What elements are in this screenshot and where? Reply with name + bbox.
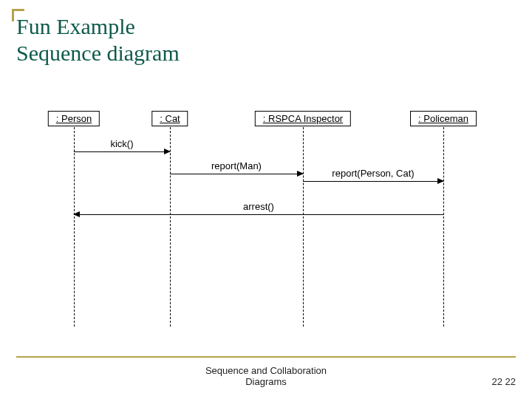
arrow-left-icon [73, 211, 80, 217]
lifeline [303, 127, 304, 327]
lifeline [74, 127, 75, 327]
participant-box: : Person [48, 111, 100, 126]
message-label: report(Man) [211, 160, 262, 171]
participant-label: : Cat [160, 113, 180, 124]
lifeline [443, 127, 444, 327]
arrow-right-icon [297, 171, 304, 177]
message-label: report(Person, Cat) [332, 168, 414, 179]
lifeline [170, 127, 171, 327]
page-number-a: 22 [491, 376, 502, 387]
footer-rule [16, 356, 516, 358]
participant: : Person [48, 111, 100, 126]
message-label: kick() [110, 138, 133, 149]
message-arrow [74, 214, 443, 215]
participant-box: : Cat [151, 111, 188, 126]
arrow-right-icon [164, 149, 171, 154]
participant-label: : RSPCA Inspector [263, 113, 343, 124]
participant-box: : Policeman [410, 111, 477, 126]
participant-box: : RSPCA Inspector [255, 111, 351, 126]
slide-title: Fun Example Sequence diagram [16, 13, 180, 66]
message-arrow [74, 151, 170, 152]
participant-label: : Person [56, 113, 92, 124]
message-label: arrest() [243, 201, 274, 212]
participant: : RSPCA Inspector [255, 111, 351, 126]
page-number: 22 22 [491, 376, 516, 387]
page-number-b: 22 [505, 376, 516, 387]
sequence-diagram: : Person: Cat: RSPCA Inspector: Policema… [30, 111, 502, 332]
participant: : Policeman [410, 111, 477, 126]
title-block: Fun Example Sequence diagram [16, 13, 180, 66]
footer-text: Sequence and Collaboration Diagrams [0, 365, 532, 387]
participant-label: : Policeman [418, 113, 468, 124]
accent-corner-icon [12, 9, 24, 21]
participant: : Cat [151, 111, 188, 126]
slide: Fun Example Sequence diagram : Person: C… [0, 0, 532, 399]
message-arrow [170, 174, 303, 174]
message-arrow [303, 181, 443, 182]
arrow-right-icon [437, 178, 444, 184]
